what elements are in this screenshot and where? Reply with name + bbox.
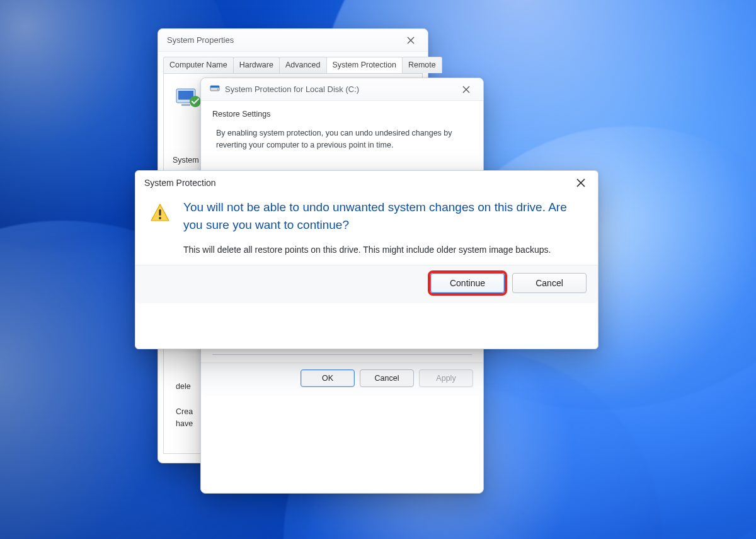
cancel-button[interactable]: Cancel: [512, 273, 587, 293]
system-protection-drive-title: System Protection for Local Disk (C:): [225, 84, 359, 94]
apply-button[interactable]: Apply: [419, 369, 473, 387]
confirm-dialog-headline: You will not be able to undo unwanted sy…: [183, 199, 581, 233]
close-icon[interactable]: [400, 31, 421, 50]
tab-system-protection[interactable]: System Protection: [326, 57, 403, 73]
svg-rect-2: [181, 104, 190, 106]
svg-point-6: [217, 89, 219, 90]
close-icon[interactable]: [455, 80, 477, 99]
system-protection-icon: [173, 83, 203, 113]
highlight-annotation: Continue: [430, 273, 505, 293]
continue-button[interactable]: Continue: [430, 273, 505, 293]
svg-point-8: [159, 217, 161, 219]
tab-computer-name[interactable]: Computer Name: [163, 57, 234, 73]
system-properties-title: System Properties: [167, 35, 234, 45]
ok-button[interactable]: OK: [301, 369, 355, 387]
dialog-button-row: OK Cancel Apply: [201, 362, 483, 396]
restore-settings-description: By enabling system protection, you can u…: [216, 127, 472, 152]
restore-settings-legend: Restore Settings: [212, 110, 275, 119]
cancel-button[interactable]: Cancel: [360, 369, 414, 387]
svg-rect-7: [159, 209, 161, 216]
system-protection-drive-titlebar[interactable]: System Protection for Local Disk (C:): [201, 78, 483, 101]
confirm-dialog-titlebar[interactable]: System Protection: [135, 171, 598, 195]
partial-text: dele: [176, 382, 191, 391]
tab-remote[interactable]: Remote: [402, 57, 442, 73]
restore-settings-group: Restore Settings By enabling system prot…: [212, 110, 472, 152]
confirm-disable-protection-dialog: System Protection You will not be able t…: [135, 170, 598, 349]
system-properties-titlebar[interactable]: System Properties: [158, 29, 428, 52]
system-properties-tabs: Computer Name Hardware Advanced System P…: [158, 52, 428, 73]
partial-text: Crea have: [176, 406, 193, 430]
tab-advanced[interactable]: Advanced: [279, 57, 327, 73]
svg-rect-5: [210, 86, 219, 88]
confirm-dialog-button-row: Continue Cancel: [135, 265, 598, 303]
close-icon[interactable]: [570, 173, 592, 192]
drive-icon: [210, 83, 220, 95]
confirm-dialog-title: System Protection: [144, 178, 216, 188]
warning-icon: [149, 199, 172, 257]
tab-hardware[interactable]: Hardware: [233, 57, 280, 73]
confirm-dialog-body: This will delete all restore points on t…: [183, 243, 581, 257]
